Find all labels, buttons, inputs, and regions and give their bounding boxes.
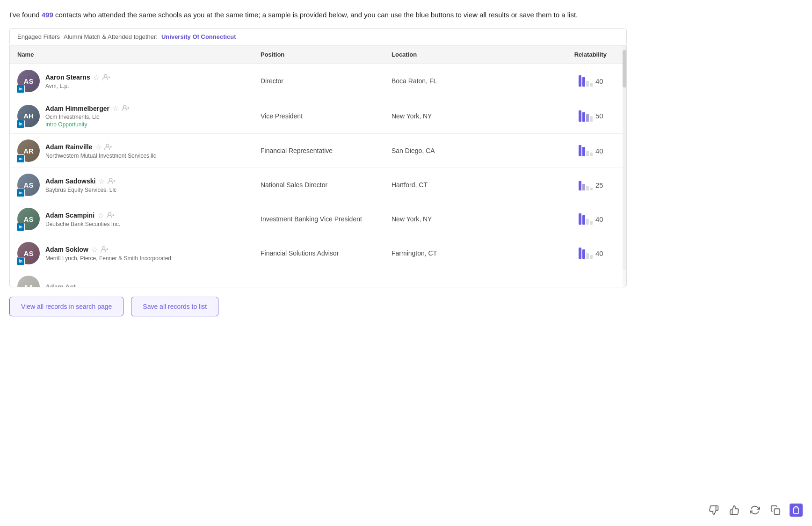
thumbs-up-icon[interactable] [728,504,741,517]
contact-count: 499 [42,11,53,19]
bar [586,219,589,225]
relatability-cell: 40 [522,248,607,259]
bar [579,145,581,156]
add-person-icon[interactable] [108,177,116,186]
refresh-icon[interactable] [748,504,761,517]
header-relatability: Relatability [522,51,607,58]
person-name[interactable]: Adam Soklow [45,246,88,253]
relatability-score: 50 [595,112,607,120]
trash-icon[interactable] [790,504,803,517]
position-cell: Financial Representative [261,147,392,154]
linkedin-badge[interactable]: in [16,85,25,93]
location-cell: Hartford, CT [392,181,522,189]
star-icon[interactable]: ☆ [93,73,100,82]
relatability-score: 40 [595,215,607,223]
relatability-cell: 50 [522,110,607,122]
relatability-cell: 40 [522,145,607,156]
relatability-score: 40 [595,249,607,257]
bar [579,75,581,87]
filter-bar: Engaged Filters Alumni Match & Attended … [9,28,627,45]
bar-chart [579,179,593,190]
company-name: Deutsche Bank Securities Inc. [45,221,120,227]
bar [579,248,581,259]
svg-rect-18 [774,509,780,514]
company-name: Merrill Lynch, Pierce, Fenner & Smith In… [45,255,171,262]
results-table: Name Position Location Relatability AS i… [9,45,627,287]
add-person-icon[interactable] [101,245,109,254]
scrollbar-thumb[interactable] [623,50,626,88]
company-name: Saybrus Equity Services, Llc [45,187,116,193]
star-icon[interactable]: ☆ [95,143,102,152]
position-cell: Investment Banking Vice President [261,215,392,223]
bar [582,215,585,225]
svg-point-6 [106,144,109,146]
person-name-row: Adam Scampini ☆ [45,211,120,220]
intro-suffix: contacts who attended the same schools a… [55,11,578,19]
add-person-icon[interactable] [102,73,111,82]
location-cell: Boca Raton, FL [392,77,522,85]
position-cell: Vice President [261,112,392,120]
star-icon[interactable]: ☆ [112,104,119,113]
bar [586,81,589,87]
view-all-button[interactable]: View all records in search page [9,297,123,316]
linkedin-badge[interactable]: in [16,120,25,128]
name-cell: AH in Adam Himmelberger ☆ [17,104,261,128]
person-name[interactable]: Adam Scampini [45,212,94,219]
person-name-row: Adam Himmelberger ☆ [45,104,130,113]
save-all-button[interactable]: Save all records to list [131,297,218,316]
header-location: Location [392,51,522,58]
avatar-wrapper: AR in [17,139,40,162]
person-name[interactable]: Adam Sadowski [45,177,95,185]
person-name[interactable]: Adam Rainville [45,143,92,151]
name-info: Adam Scampini ☆ Deutsche Bank Securities… [45,211,120,227]
bar [590,83,593,87]
avatar-wrapper: AS in [17,70,40,92]
avatar-wrapper: AS in [17,242,40,264]
add-person-icon[interactable] [107,211,115,220]
linkedin-badge[interactable]: in [16,189,25,197]
bar [582,249,585,259]
person-name-row: Adam Sadowski ☆ [45,177,116,186]
relatability-cell: 25 [522,179,607,190]
scrollbar-track[interactable] [623,45,626,287]
star-icon[interactable]: ☆ [97,211,104,220]
person-name[interactable]: Aaron Stearns [45,73,90,81]
bar [582,147,585,156]
position-cell: National Sales Director [261,181,392,189]
bar [590,255,593,259]
add-person-icon[interactable] [104,143,113,152]
name-info: Adam Sadowski ☆ Saybrus Equity Services,… [45,177,116,193]
name-info: Adam Rainville ☆ Northwestern Mutual Inv… [45,143,156,159]
table-row: AS in Aaron Stearns ☆ [10,64,626,98]
bar [586,186,589,190]
add-person-icon[interactable] [122,104,130,113]
name-cell: AS in Adam Soklow ☆ [17,242,261,264]
bar-chart [579,110,593,122]
relatability-cell: 40 [522,213,607,225]
name-info: Adam Himmelberger ☆ Ocm Investments, Llc… [45,104,130,128]
bar [579,181,581,190]
bar [582,184,585,190]
bar-chart [579,145,593,156]
filter-university[interactable]: University Of Connecticut [161,33,236,40]
star-icon[interactable]: ☆ [91,245,98,254]
table-body: AS in Aaron Stearns ☆ [10,64,626,270]
table-row: AH in Adam Himmelberger ☆ [10,98,626,134]
copy-icon[interactable] [769,504,782,517]
linkedin-badge[interactable]: in [16,223,25,231]
linkedin-badge[interactable]: in [16,257,25,265]
name-cell: AS in Adam Scampini ☆ [17,208,261,230]
table-row: AS in Adam Scampini ☆ [10,202,626,236]
bar [579,213,581,225]
table-row: AR in Adam Rainville ☆ [10,134,626,168]
name-cell: AS in Aaron Stearns ☆ [17,70,261,92]
person-name[interactable]: Adam Himmelberger [45,105,109,112]
company-name: Avm, L.p. [45,83,111,89]
linkedin-badge[interactable]: in [16,154,25,163]
star-icon[interactable]: ☆ [98,177,105,186]
thumbs-down-icon[interactable] [707,504,720,517]
relatability-score: 40 [595,147,607,155]
bottom-toolbar [707,504,803,517]
bar [579,110,581,122]
intro-opportunity-label[interactable]: Intro Opportunity [45,121,130,128]
